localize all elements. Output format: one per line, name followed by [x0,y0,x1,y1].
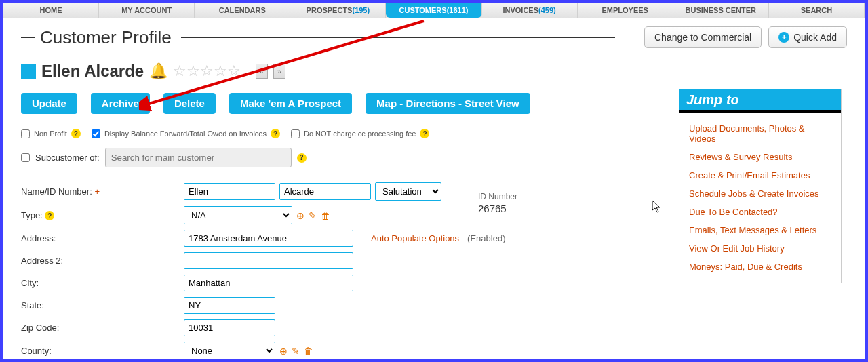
quick-add-label: Quick Add [793,32,837,43]
tab-customers-count: (1611) [447,6,469,14]
tab-customers-label: CUSTOMERS [399,6,447,14]
first-name-input[interactable] [184,183,275,200]
top-navigation: HOME MY ACCOUNT CALENDARS PROSPECTS(195)… [3,3,865,18]
help-icon[interactable]: ? [297,153,307,163]
zip-label: Zip Code: [21,323,184,333]
auto-populate-status: (Enabled) [467,233,505,243]
help-icon[interactable]: ? [45,211,54,220]
help-icon[interactable]: ? [71,129,81,138]
tab-invoices[interactable]: INVOICES(459) [482,3,578,18]
county-select[interactable]: None [184,342,275,360]
type-label: Type: ? [21,210,184,221]
tab-business-center[interactable]: BUSINESS CENTER [673,3,769,18]
page-title: Customer Profile [40,27,172,48]
state-input[interactable] [184,297,275,314]
nonprofit-label: Non Profit [34,129,67,138]
salutation-select[interactable]: Salutation [375,182,441,201]
rating-stars[interactable]: ☆☆☆☆☆ [173,62,241,80]
delete-icon[interactable]: 🗑 [304,346,313,357]
jump-to-item[interactable]: Schedule Jobs & Create Invoices [689,184,831,203]
edit-icon[interactable]: ✎ [292,346,300,357]
tab-myaccount[interactable]: MY ACCOUNT [99,3,195,18]
bell-icon[interactable]: 🔔 [149,62,167,80]
jump-to-item[interactable]: Reviews & Survey Results [689,148,831,166]
jump-to-item[interactable]: Upload Documents, Photos & Videos [689,119,831,148]
nocc-checkbox[interactable] [291,129,300,138]
subcustomer-search-input[interactable] [105,148,292,167]
tab-customers[interactable]: CUSTOMERS(1611) [386,3,481,18]
title-dash-right [181,37,615,38]
make-prospect-button[interactable]: Make 'em A Prospect [229,93,352,114]
type-select[interactable]: N/A [184,206,292,224]
quick-add-button[interactable]: + Quick Add [768,26,847,48]
display-balance-label: Display Balance Forward/Total Owed on In… [104,129,267,138]
id-number-label: ID Number [478,192,517,201]
customer-name: Ellen Alcarde [41,62,144,81]
jump-to-item[interactable]: Moneys: Paid, Due & Credits [689,258,831,276]
county-label: County: [21,346,184,356]
archive-button[interactable]: Archive [91,93,150,114]
id-number-value: 26765 [478,203,517,214]
tab-invoices-count: (459) [538,6,556,14]
jump-to-list: Upload Documents, Photos & Videos Review… [679,113,841,283]
address2-label: Address 2: [21,256,184,266]
tab-home[interactable]: HOME [3,3,99,18]
tab-invoices-label: INVOICES [502,6,538,14]
delete-icon[interactable]: 🗑 [321,210,330,221]
state-label: State: [21,300,184,310]
city-label: City: [21,278,184,288]
help-icon[interactable]: ? [420,129,429,138]
jump-to-panel: Jump to Upload Documents, Photos & Video… [679,89,842,283]
tab-employees[interactable]: EMPLOYEES [578,3,673,18]
auto-populate-link[interactable]: Auto Populate Options [371,233,459,243]
map-button[interactable]: Map - Directions - Street View [366,93,530,114]
change-commercial-button[interactable]: Change to Commercial [644,26,762,48]
update-button[interactable]: Update [21,93,77,114]
address-input[interactable] [184,230,353,247]
nocc-label: Do NOT charge cc processing fee [304,129,416,138]
next-button[interactable]: » [273,64,285,79]
address2-input[interactable] [184,252,353,269]
edit-icon[interactable]: ✎ [309,210,317,221]
nonprofit-checkbox[interactable] [21,129,30,138]
display-balance-checkbox[interactable] [92,129,100,138]
subcustomer-checkbox[interactable] [21,153,30,162]
jump-to-item[interactable]: View Or Edit Job History [689,239,831,258]
last-name-input[interactable] [279,183,371,200]
title-dash-left [21,37,35,38]
plus-icon: + [778,32,789,43]
tab-search[interactable]: SEARCH [769,3,865,18]
tab-prospects-label: PROSPECTS [307,6,353,14]
tab-prospects[interactable]: PROSPECTS(195) [290,3,386,18]
tab-calendars[interactable]: CALENDARS [195,3,290,18]
help-icon[interactable]: ? [271,129,280,138]
prev-button[interactable]: « [256,64,268,79]
jump-to-item[interactable]: Emails, Text Messages & Letters [689,221,831,239]
city-input[interactable] [184,275,353,291]
address-label: Address: [21,233,184,243]
tab-prospects-count: (195) [352,6,370,14]
add-icon[interactable]: ⊕ [279,346,288,357]
delete-button[interactable]: Delete [163,93,216,114]
zip-input[interactable] [184,319,275,336]
id-number-block: ID Number 26765 [478,192,517,214]
jump-to-title: Jump to [679,89,841,113]
customer-color-indicator [21,64,36,79]
jump-to-item[interactable]: Create & Print/Email Estimates [689,166,831,184]
jump-to-item[interactable]: Due To Be Contacted? [689,203,831,221]
name-id-label: Name/ID Number: + [21,186,184,197]
add-icon[interactable]: ⊕ [296,210,304,221]
subcustomer-label: Subcustomer of: [35,153,100,163]
